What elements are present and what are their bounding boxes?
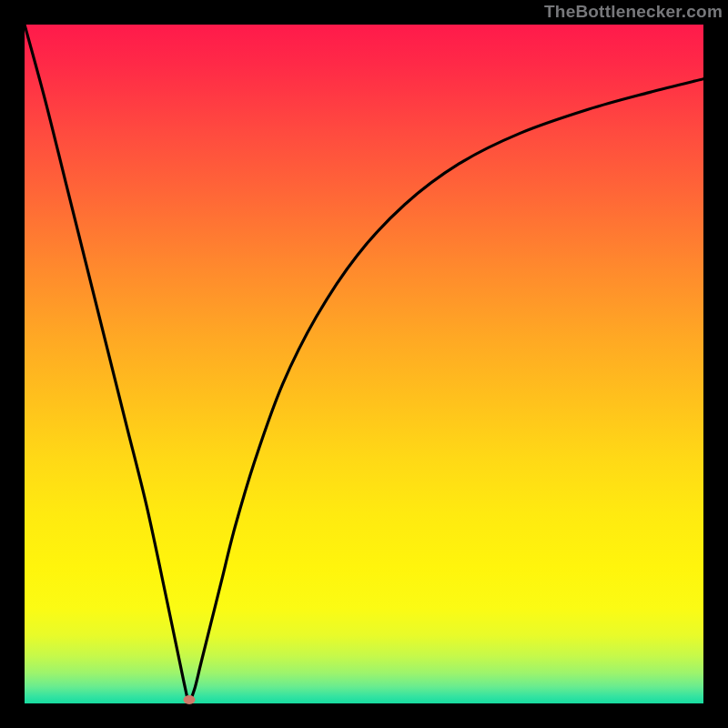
chart-frame: TheBottlenecker.com [0, 0, 728, 728]
bottleneck-curve [25, 25, 703, 700]
curve-layer [25, 25, 703, 703]
watermark-text: TheBottlenecker.com [544, 2, 723, 22]
minimum-marker [183, 695, 195, 704]
bottleneck-chart [25, 25, 703, 703]
